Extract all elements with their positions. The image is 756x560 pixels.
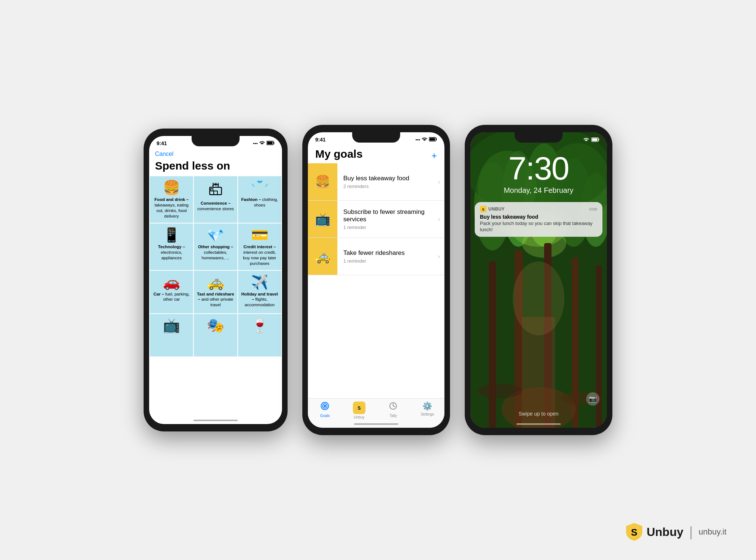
screen2-header: My goals +: [308, 144, 444, 163]
category-holiday[interactable]: ✈️ Holiday and travel – flights, accommo…: [238, 271, 281, 313]
holiday-label: Holiday and travel – flights, accommodat…: [241, 291, 278, 308]
notif-header: S UNBUY now: [480, 206, 597, 212]
phone-3-screen: 7:30 Monday, 24 February S UNBUY: [470, 132, 607, 428]
notif-title: Buy less takeaway food: [480, 214, 597, 220]
lock-time-block: 7:30 Monday, 24 February: [470, 152, 607, 195]
swipe-label: Swipe up to open: [519, 411, 559, 417]
category-entertainment[interactable]: 🎭: [194, 314, 237, 356]
notif-app-info: S UNBUY: [480, 206, 505, 212]
screen1-title: Spend less on: [155, 160, 276, 172]
streaming-icon: 📺: [163, 318, 180, 332]
goal-icon-takeaway: 🍔: [308, 163, 337, 200]
add-goal-button[interactable]: +: [432, 151, 437, 160]
lock-status-icons: [583, 137, 599, 143]
goal-title-rideshare: Take fewer rideshares: [343, 249, 438, 257]
technology-icon: 📱: [163, 228, 180, 242]
brand-url-text: unbuy.it: [699, 527, 726, 537]
drinks-icon: 🍷: [251, 318, 268, 332]
goal-title-takeaway: Buy less takeaway food: [343, 175, 438, 182]
svg-rect-22: [489, 262, 496, 428]
convenience-icon: 24H: [208, 181, 223, 198]
car-label: Car – fuel, parking, other car: [153, 291, 190, 303]
phone-2-screen: 9:41 ▪▪▪ My goals +: [308, 132, 444, 428]
goal-title-streaming: Subscribe to fewer streaming services: [343, 208, 438, 223]
goals-tab-label: Goals: [320, 414, 330, 418]
chevron-right-icon-3: ›: [438, 253, 440, 260]
camera-button[interactable]: 📷: [586, 392, 599, 406]
branding: S Unbuy | unbuy.it: [625, 522, 726, 542]
category-drinks[interactable]: 🍷: [238, 314, 281, 356]
wifi-icon-2: [422, 137, 427, 143]
tally-tab-icon: [389, 402, 398, 413]
svg-rect-6: [214, 191, 217, 195]
screen1-header: Cancel Spend less on: [149, 148, 282, 176]
category-taxi[interactable]: 🚕 Taxi and rideshare – and other private…: [194, 271, 237, 313]
phone-1-notch: [192, 136, 240, 146]
goals-tab-icon: [320, 402, 329, 413]
fashion-icon: 👕: [251, 181, 268, 195]
brand-name-text: Unbuy: [647, 525, 684, 539]
entertainment-icon: 🎭: [207, 318, 224, 332]
svg-rect-8: [430, 138, 435, 140]
food-icon: 🍔: [163, 181, 180, 195]
credit-label: Credit interest – interest on credit, bu…: [241, 244, 278, 266]
tab-settings[interactable]: ⚙️ Settings: [410, 402, 445, 416]
status-icons-2: ▪▪▪: [415, 137, 437, 143]
phone-1-screen: 9:41 ▪▪▪ Cancel Spend less on 🍔 Food and: [149, 136, 282, 424]
brand-divider: |: [689, 524, 693, 540]
tab-unbuy[interactable]: S Unbuy: [342, 402, 377, 419]
category-technology[interactable]: 📱 Technology – electronics, appliances: [150, 223, 193, 270]
technology-label: Technology – electronics, appliances: [153, 244, 190, 261]
svg-text:S: S: [631, 527, 637, 538]
signal-icon: ▪▪▪: [253, 141, 258, 146]
chevron-right-icon: ›: [438, 178, 440, 186]
goal-subtitle-takeaway: 2 reminders: [343, 184, 438, 189]
goal-content-takeaway: Buy less takeaway food 2 reminders ›: [337, 169, 444, 195]
screen-goals: 9:41 ▪▪▪ My goals +: [308, 132, 444, 428]
category-credit[interactable]: 💳 Credit interest – interest on credit, …: [238, 223, 281, 270]
taxi-label: Taxi and rideshare – and other private t…: [197, 291, 234, 308]
notification-banner[interactable]: S UNBUY now Buy less takeaway food Pack …: [475, 202, 602, 237]
chevron-right-icon-2: ›: [438, 215, 440, 223]
svg-rect-3: [211, 189, 213, 191]
goals-list: 🍔 Buy less takeaway food 2 reminders › 📺: [308, 163, 444, 275]
goal-item-streaming[interactable]: 📺 Subscribe to fewer streaming services …: [308, 201, 444, 238]
tab-tally[interactable]: Tally: [376, 402, 410, 418]
notif-time: now: [589, 206, 597, 212]
fashion-label: Fashion – clothing, shoes: [241, 197, 278, 208]
wifi-icon: [259, 141, 265, 146]
goal-content-streaming: Subscribe to fewer streaming services 1 …: [337, 202, 444, 236]
goal-subtitle-streaming: 1 reminder: [343, 225, 438, 230]
goal-item-rideshare[interactable]: 🚕 Take fewer rideshares 1 reminder ›: [308, 238, 444, 275]
notif-app-name: UNBUY: [488, 206, 505, 212]
category-convenience[interactable]: 24H Convenience – convenience stores: [194, 176, 237, 223]
tally-tab-label: Tally: [389, 414, 397, 418]
goal-item-takeaway[interactable]: 🍔 Buy less takeaway food 2 reminders ›: [308, 163, 444, 201]
brand-logo: S Unbuy: [625, 522, 684, 542]
signal-icon-2: ▪▪▪: [415, 137, 420, 142]
phone-2-notch: [352, 132, 400, 143]
svg-text:S: S: [482, 208, 484, 211]
svg-point-32: [513, 262, 564, 335]
goal-content-rideshare: Take fewer rideshares 1 reminder ›: [337, 243, 444, 270]
status-time-2: 9:41: [315, 137, 326, 143]
categories-scroll[interactable]: 🍔 Food and drink – takeaways, eating out…: [149, 176, 282, 424]
phone-3: 7:30 Monday, 24 February S UNBUY: [465, 125, 612, 435]
category-streaming[interactable]: 📺: [150, 314, 193, 356]
svg-point-11: [324, 405, 326, 407]
holiday-icon: ✈️: [251, 275, 268, 289]
notif-app-icon: S: [480, 206, 487, 212]
svg-text:S: S: [358, 406, 361, 411]
tab-goals[interactable]: Goals: [308, 402, 342, 418]
cancel-button[interactable]: Cancel: [155, 151, 276, 157]
screen-lock: 7:30 Monday, 24 February S UNBUY: [470, 132, 607, 428]
status-time-1: 9:41: [157, 140, 167, 146]
category-food-drink[interactable]: 🍔 Food and drink – takeaways, eating out…: [150, 176, 193, 223]
goal-icon-streaming: 📺: [308, 201, 337, 238]
category-other-shopping[interactable]: 💎 Other shopping – collectables, homewar…: [194, 223, 237, 270]
svg-rect-36: [592, 139, 598, 141]
phone-2: 9:41 ▪▪▪ My goals +: [302, 125, 450, 435]
car-icon: 🚗: [163, 275, 180, 289]
category-car[interactable]: 🚗 Car – fuel, parking, other car: [150, 271, 193, 313]
category-fashion[interactable]: 👕 Fashion – clothing, shoes: [238, 176, 281, 223]
